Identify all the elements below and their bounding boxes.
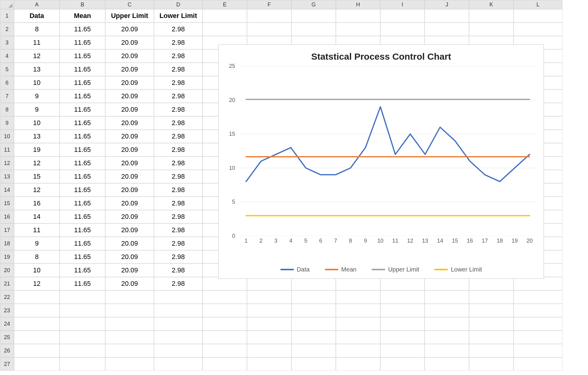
cell-D21[interactable]: 2.98	[154, 277, 203, 290]
cell-E1[interactable]	[203, 9, 247, 23]
cell-A12[interactable]: 12	[14, 156, 60, 170]
cell-B14[interactable]: 11.65	[60, 183, 105, 197]
cell-G1[interactable]	[291, 9, 336, 23]
cell-C6[interactable]: 20.09	[105, 76, 154, 89]
row-header-19[interactable]: 19	[0, 250, 14, 264]
cell-J23[interactable]	[425, 304, 469, 317]
cell-C15[interactable]: 20.09	[105, 197, 154, 210]
cell-C11[interactable]: 20.09	[105, 143, 154, 156]
cell-G26[interactable]	[291, 344, 336, 357]
cell-L21[interactable]	[513, 277, 562, 290]
cell-D26[interactable]	[154, 344, 203, 357]
cell-C16[interactable]: 20.09	[105, 210, 154, 223]
column-header-L[interactable]: L	[513, 0, 562, 9]
cell-F27[interactable]	[247, 357, 291, 371]
cell-I22[interactable]	[380, 290, 425, 304]
row-header-8[interactable]: 8	[0, 103, 14, 116]
cell-B21[interactable]: 11.65	[60, 277, 105, 290]
row-header-16[interactable]: 16	[0, 210, 14, 223]
cell-C10[interactable]: 20.09	[105, 130, 154, 143]
cell-A22[interactable]	[14, 290, 60, 304]
cell-G22[interactable]	[291, 290, 336, 304]
cell-J22[interactable]	[425, 290, 469, 304]
column-header-E[interactable]: E	[203, 0, 247, 9]
cell-A25[interactable]	[14, 331, 60, 344]
cell-B12[interactable]: 11.65	[60, 156, 105, 170]
cell-A4[interactable]: 12	[14, 49, 60, 63]
row-header-4[interactable]: 4	[0, 49, 14, 63]
row-header-13[interactable]: 13	[0, 170, 14, 183]
cell-I23[interactable]	[380, 304, 425, 317]
cell-F22[interactable]	[247, 290, 291, 304]
cell-D3[interactable]: 2.98	[154, 36, 203, 49]
cell-D9[interactable]: 2.98	[154, 116, 203, 130]
cell-H27[interactable]	[336, 357, 380, 371]
cell-A19[interactable]: 8	[14, 250, 60, 264]
cell-I2[interactable]	[380, 23, 425, 36]
cell-D4[interactable]: 2.98	[154, 49, 203, 63]
cell-C23[interactable]	[105, 304, 154, 317]
cell-D5[interactable]: 2.98	[154, 63, 203, 76]
row-header-2[interactable]: 2	[0, 23, 14, 36]
row-header-3[interactable]: 3	[0, 36, 14, 49]
row-header-17[interactable]: 17	[0, 223, 14, 237]
cell-D19[interactable]: 2.98	[154, 250, 203, 264]
row-header-7[interactable]: 7	[0, 89, 14, 103]
cell-B16[interactable]: 11.65	[60, 210, 105, 223]
cell-J27[interactable]	[425, 357, 469, 371]
cell-E23[interactable]	[203, 304, 247, 317]
cell-D12[interactable]: 2.98	[154, 156, 203, 170]
column-header-F[interactable]: F	[247, 0, 291, 9]
cell-J26[interactable]	[425, 344, 469, 357]
cell-C19[interactable]: 20.09	[105, 250, 154, 264]
row-header-12[interactable]: 12	[0, 156, 14, 170]
column-header-A[interactable]: A	[14, 0, 60, 9]
cell-A17[interactable]: 11	[14, 223, 60, 237]
cell-A6[interactable]: 10	[14, 76, 60, 89]
row-header-1[interactable]: 1	[0, 9, 14, 23]
select-all-corner[interactable]	[0, 0, 14, 9]
cell-L23[interactable]	[513, 304, 562, 317]
cell-L27[interactable]	[513, 357, 562, 371]
cell-C9[interactable]: 20.09	[105, 116, 154, 130]
cell-B20[interactable]: 11.65	[60, 264, 105, 277]
row-header-9[interactable]: 9	[0, 116, 14, 130]
cell-D1[interactable]: Lower Limit	[154, 9, 203, 23]
cell-D18[interactable]: 2.98	[154, 237, 203, 250]
row-header-23[interactable]: 23	[0, 304, 14, 317]
cell-A24[interactable]	[14, 317, 60, 331]
cell-D16[interactable]: 2.98	[154, 210, 203, 223]
cell-I25[interactable]	[380, 331, 425, 344]
cell-C8[interactable]: 20.09	[105, 103, 154, 116]
cell-L2[interactable]	[513, 23, 562, 36]
cell-E2[interactable]	[203, 23, 247, 36]
cell-K23[interactable]	[469, 304, 513, 317]
row-header-14[interactable]: 14	[0, 183, 14, 197]
cell-K27[interactable]	[469, 357, 513, 371]
cell-A9[interactable]: 10	[14, 116, 60, 130]
cell-B25[interactable]	[60, 331, 105, 344]
cell-D11[interactable]: 2.98	[154, 143, 203, 156]
row-header-20[interactable]: 20	[0, 264, 14, 277]
cell-C26[interactable]	[105, 344, 154, 357]
cell-H25[interactable]	[336, 331, 380, 344]
cell-A26[interactable]	[14, 344, 60, 357]
row-header-5[interactable]: 5	[0, 63, 14, 76]
cell-E24[interactable]	[203, 317, 247, 331]
cell-C1[interactable]: Upper Limit	[105, 9, 154, 23]
cell-K24[interactable]	[469, 317, 513, 331]
cell-D27[interactable]	[154, 357, 203, 371]
cell-C13[interactable]: 20.09	[105, 170, 154, 183]
cell-B8[interactable]: 11.65	[60, 103, 105, 116]
cell-C27[interactable]	[105, 357, 154, 371]
cell-F1[interactable]	[247, 9, 291, 23]
cell-A13[interactable]: 15	[14, 170, 60, 183]
row-header-10[interactable]: 10	[0, 130, 14, 143]
row-header-18[interactable]: 18	[0, 237, 14, 250]
cell-B6[interactable]: 11.65	[60, 76, 105, 89]
cell-B27[interactable]	[60, 357, 105, 371]
cell-D25[interactable]	[154, 331, 203, 344]
cell-K22[interactable]	[469, 290, 513, 304]
cell-C14[interactable]: 20.09	[105, 183, 154, 197]
cell-H2[interactable]	[336, 23, 380, 36]
